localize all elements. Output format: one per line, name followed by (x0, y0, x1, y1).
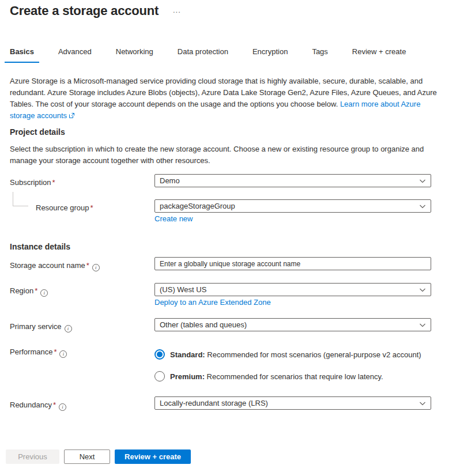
subscription-dropdown[interactable]: Demo (154, 174, 431, 187)
region-value: (US) West US (160, 285, 416, 294)
info-icon[interactable]: i (65, 325, 72, 333)
redundancy-label-text: Redundancy (10, 401, 52, 409)
tab-data-protection[interactable]: Data protection (172, 46, 233, 63)
info-icon[interactable]: i (40, 289, 48, 297)
resource-group-label-text: Resource group (36, 203, 89, 212)
performance-option-standard[interactable]: Standard: Recommended for most scenarios… (154, 349, 421, 360)
radio-unselected-icon[interactable] (154, 371, 165, 381)
page-title: Create a storage account (10, 3, 159, 18)
info-icon[interactable]: i (92, 264, 100, 271)
resource-group-value: packageStorageGroup (160, 202, 416, 210)
info-icon[interactable]: i (59, 350, 67, 358)
resource-group-label: Resource group* (36, 203, 93, 212)
chevron-down-icon (419, 322, 426, 328)
required-asterisk: * (53, 401, 56, 409)
storage-account-name-label-text: Storage account name (10, 261, 85, 270)
external-link-icon (69, 111, 75, 122)
chevron-down-icon (419, 203, 426, 210)
primary-service-dropdown[interactable]: Other (tables and queues) (154, 318, 431, 331)
next-button[interactable]: Next (64, 449, 110, 464)
previous-button[interactable]: Previous (6, 449, 59, 464)
primary-service-label-text: Primary service (10, 322, 62, 331)
chevron-down-icon (419, 400, 426, 407)
chevron-down-icon (419, 286, 426, 293)
required-asterisk: * (86, 261, 89, 270)
info-icon[interactable]: i (59, 403, 66, 411)
resource-group-dropdown[interactable]: packageStorageGroup (154, 199, 431, 213)
subscription-label: Subscription* (10, 178, 55, 187)
chevron-down-icon (419, 177, 426, 184)
radio-standard-name: Standard: (170, 350, 205, 359)
storage-account-name-input[interactable] (154, 257, 431, 270)
storage-account-name-label: Storage account name*i (10, 261, 100, 271)
region-label-text: Region (10, 286, 33, 295)
tab-advanced[interactable]: Advanced (53, 46, 97, 63)
tab-tags[interactable]: Tags (307, 46, 333, 63)
required-asterisk: * (54, 347, 56, 356)
primary-service-value: Other (tables and queues) (160, 320, 416, 329)
more-options-icon[interactable]: ... (173, 6, 181, 14)
redundancy-dropdown[interactable]: Locally-redundant storage (LRS) (154, 396, 431, 410)
required-asterisk: * (52, 178, 55, 187)
primary-service-label: Primary servicei (10, 322, 72, 333)
performance-label-text: Performance (10, 347, 52, 356)
tab-review-create[interactable]: Review + create (347, 46, 412, 63)
radio-selected-icon[interactable] (154, 349, 165, 360)
required-asterisk: * (91, 203, 93, 212)
create-new-link[interactable]: Create new (154, 214, 193, 223)
tab-basics[interactable]: Basics (5, 46, 39, 63)
subscription-label-text: Subscription (10, 178, 51, 187)
redundancy-value: Locally-redundant storage (LRS) (160, 399, 416, 407)
tab-bar: Basics Advanced Networking Data protecti… (5, 46, 411, 63)
performance-label: Performance*i (10, 347, 67, 358)
review-create-button[interactable]: Review + create (115, 449, 191, 464)
intro-paragraph: Azure Storage is a Microsoft-managed ser… (10, 75, 446, 122)
redundancy-label: Redundancy*i (10, 401, 66, 411)
tab-networking[interactable]: Networking (111, 46, 159, 63)
region-dropdown[interactable]: (US) West US (154, 283, 431, 296)
resource-group-connector-line (13, 192, 28, 206)
tab-encryption[interactable]: Encryption (247, 46, 293, 63)
project-details-heading: Project details (10, 127, 65, 137)
performance-option-premium[interactable]: Premium: Recommended for scenarios that … (154, 371, 383, 381)
required-asterisk: * (35, 286, 37, 295)
radio-premium-desc: Recommended for scenarios that require l… (205, 372, 383, 381)
radio-premium-name: Premium: (170, 372, 205, 381)
instance-details-heading: Instance details (10, 242, 70, 251)
subscription-value: Demo (160, 176, 416, 185)
radio-standard-desc: Recommended for most scenarios (general-… (205, 350, 421, 359)
project-details-description: Select the subscription in which to crea… (10, 143, 439, 167)
region-label: Region*i (10, 286, 48, 297)
azure-extended-zone-link[interactable]: Deploy to an Azure Extended Zone (154, 298, 271, 307)
footer-button-bar: Previous Next Review + create (6, 449, 191, 464)
